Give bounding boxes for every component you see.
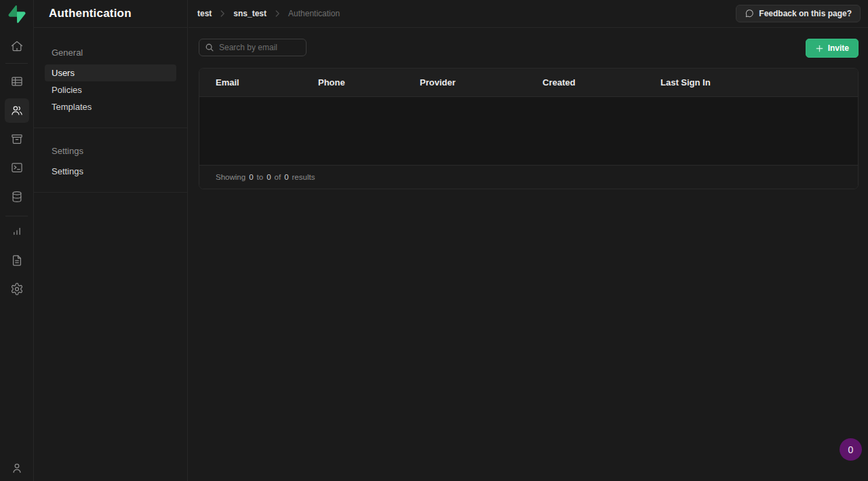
settings-gear-icon[interactable] [5, 277, 29, 301]
feedback-button[interactable]: Feedback on this page? [736, 5, 861, 22]
search-icon [205, 43, 214, 52]
authentication-users-icon[interactable] [5, 98, 29, 123]
page-title: Authentication [49, 7, 132, 20]
sidebar-divider [34, 128, 187, 128]
supabase-logo-icon[interactable] [8, 5, 26, 23]
plus-icon [815, 44, 824, 53]
table-body-empty [199, 97, 858, 165]
chevron-right-icon [273, 9, 282, 18]
users-toolbar: Invite [189, 28, 868, 58]
column-header-provider: Provider [403, 77, 526, 88]
nav-rail [0, 0, 34, 481]
column-header-email: Email [199, 77, 302, 88]
sidebar-section-settings: Settings [52, 145, 187, 157]
account-user-icon[interactable] [5, 456, 29, 480]
invite-button-label: Invite [828, 43, 849, 53]
table-header-row: Email Phone Provider Created Last Sign I… [199, 69, 858, 97]
breadcrumb: test sns_test Authentication [197, 9, 340, 18]
feedback-button-label: Feedback on this page? [759, 9, 852, 18]
logs-icon[interactable] [5, 248, 29, 273]
sidebar-item-policies[interactable]: Policies [34, 81, 187, 98]
results-of-word: of [275, 173, 281, 181]
column-header-phone: Phone [302, 77, 403, 88]
results-summary: Showing [216, 173, 245, 181]
rail-divider [5, 216, 28, 216]
results-word: results [292, 173, 315, 181]
invite-button[interactable]: Invite [806, 39, 859, 58]
database-icon[interactable] [5, 185, 29, 209]
results-to: 0 [267, 173, 271, 181]
sidebar-item-templates[interactable]: Templates [34, 98, 187, 115]
notification-badge-count: 0 [848, 444, 854, 455]
sidebar-item-settings[interactable]: Settings [34, 163, 187, 180]
main-content: test sns_test Authentication Feedback on… [189, 0, 868, 481]
top-bar: test sns_test Authentication Feedback on… [189, 0, 868, 28]
column-header-created: Created [526, 77, 644, 88]
sidebar-section-general: General [52, 47, 187, 59]
sql-editor-icon[interactable] [5, 155, 29, 180]
breadcrumb-org[interactable]: test [197, 9, 212, 18]
results-total: 0 [284, 173, 288, 181]
table-footer: Showing 0 to 0 of 0 results [199, 165, 858, 189]
storage-icon[interactable] [5, 127, 29, 151]
notification-badge[interactable]: 0 [840, 438, 862, 461]
breadcrumb-project[interactable]: sns_test [233, 9, 267, 18]
rail-divider [5, 63, 28, 64]
chat-bubble-icon [745, 9, 754, 18]
search-box[interactable] [199, 39, 307, 56]
breadcrumb-page: Authentication [288, 9, 340, 18]
search-input[interactable] [219, 43, 300, 52]
auth-sidebar: Authentication General Users Policies Te… [34, 0, 188, 481]
home-icon[interactable] [5, 34, 29, 58]
column-header-last-sign-in: Last Sign In [644, 77, 858, 88]
results-to-word: to [257, 173, 264, 181]
sidebar-header: Authentication [34, 0, 187, 28]
users-table: Email Phone Provider Created Last Sign I… [199, 68, 859, 189]
table-editor-icon[interactable] [5, 69, 29, 94]
sidebar-item-users[interactable]: Users [45, 64, 176, 81]
chevron-right-icon [218, 9, 227, 18]
reports-icon[interactable] [5, 219, 29, 244]
sidebar-divider [34, 192, 187, 193]
results-from: 0 [249, 173, 253, 181]
